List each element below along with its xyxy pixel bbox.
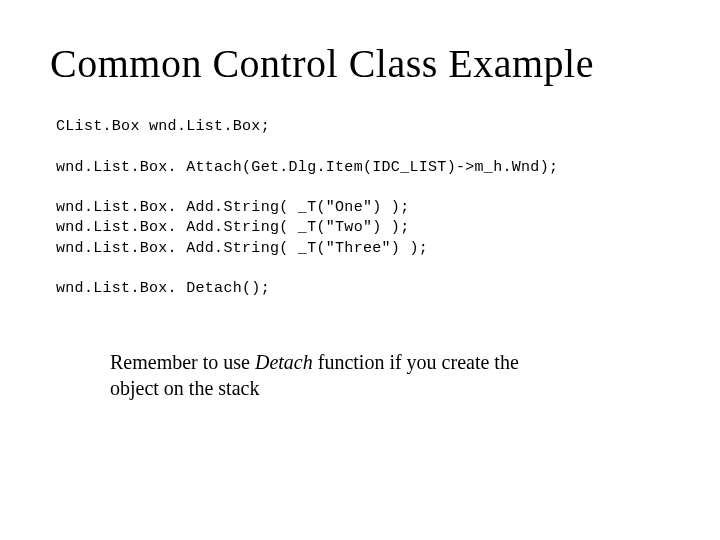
slide-title: Common Control Class Example [50,40,670,87]
code-example: CList.Box wnd.List.Box; wnd.List.Box. At… [56,117,670,299]
code-line-3: wnd.List.Box. Attach(Get.Dlg.Item(IDC_LI… [56,159,558,176]
note-pre: Remember to use [110,351,255,373]
code-line-1: CList.Box wnd.List.Box; [56,118,270,135]
code-line-5: wnd.List.Box. Add.String( _T("One") ); [56,199,409,216]
code-line-6: wnd.List.Box. Add.String( _T("Two") ); [56,219,409,236]
note-italic: Detach [255,351,313,373]
note-text: Remember to use Detach function if you c… [110,349,530,401]
code-line-9: wnd.List.Box. Detach(); [56,280,270,297]
code-line-7: wnd.List.Box. Add.String( _T("Three") ); [56,240,428,257]
slide: Common Control Class Example CList.Box w… [0,0,720,540]
